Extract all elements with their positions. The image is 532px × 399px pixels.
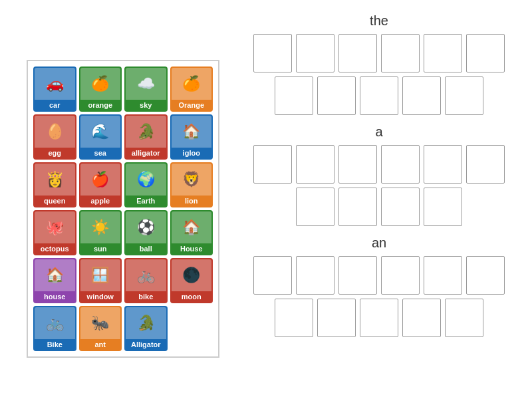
drop-box[interactable]	[466, 34, 505, 72]
card-house2[interactable]: 🏠house	[33, 258, 76, 303]
drop-box[interactable]	[424, 34, 462, 72]
card-egg[interactable]: 🥚egg	[33, 114, 76, 160]
card-icon-bike: 🚲	[126, 259, 166, 291]
card-icon-alligator: 🐊	[126, 116, 166, 148]
drop-box[interactable]	[424, 188, 462, 226]
drop-box[interactable]	[296, 34, 334, 72]
drop-box[interactable]	[338, 145, 377, 184]
card-apple[interactable]: 🍎apple	[79, 162, 122, 207]
drop-box[interactable]	[275, 299, 313, 337]
drop-box[interactable]	[381, 34, 420, 72]
card-icon-queen: 👸	[35, 164, 75, 196]
drop-box[interactable]	[360, 299, 398, 337]
drop-row-an-row-2	[233, 299, 525, 337]
card-icon-sea: 🌊	[80, 116, 121, 148]
section-label-a-section: a	[233, 124, 525, 140]
card-bike[interactable]: 🚲bike	[124, 258, 168, 303]
drop-box[interactable]	[466, 145, 505, 184]
card-label-sea: sea	[80, 148, 121, 158]
card-label-Orange2: Orange	[172, 100, 212, 110]
card-sky[interactable]: ☁️sky	[124, 66, 168, 112]
drop-box[interactable]	[296, 188, 334, 226]
drop-box[interactable]	[424, 145, 462, 184]
card-icon-egg: 🥚	[35, 116, 75, 148]
card-icon-house: 🏠	[172, 211, 212, 243]
drop-box[interactable]	[360, 76, 398, 115]
card-label-igloo: igloo	[172, 148, 212, 158]
drop-box[interactable]	[445, 76, 483, 115]
card-queen[interactable]: 👸queen	[33, 162, 76, 207]
drop-box[interactable]	[317, 76, 356, 115]
card-icon-earth: 🌍	[126, 164, 166, 196]
card-label-sun: sun	[80, 243, 121, 254]
card-label-lion: lion	[172, 196, 212, 206]
card-window[interactable]: 🪟window	[79, 258, 122, 303]
drop-box[interactable]	[253, 256, 292, 295]
card-label-queen: queen	[35, 196, 75, 206]
card-icon-house2: 🏠	[35, 259, 75, 291]
card-ball[interactable]: ⚽ball	[124, 210, 168, 255]
card-icon-sun: ☀️	[80, 211, 121, 243]
drop-box[interactable]	[424, 256, 462, 295]
card-label-earth: Earth	[126, 196, 166, 206]
drop-box[interactable]	[381, 145, 420, 184]
card-alligator[interactable]: 🐊alligator	[124, 114, 168, 160]
card-orange[interactable]: 🍊orange	[79, 66, 122, 112]
drop-row-a-row-1	[233, 145, 525, 184]
card-sea[interactable]: 🌊sea	[79, 114, 122, 160]
drop-box[interactable]	[317, 299, 356, 337]
card-label-Alligator2: Alligator	[126, 339, 166, 350]
drop-box[interactable]	[296, 256, 334, 295]
drop-box[interactable]	[466, 256, 505, 295]
drop-row-the-row-2	[233, 76, 525, 115]
section-label-an-section: an	[233, 235, 525, 251]
section-a-section: a	[233, 124, 525, 226]
card-icon-ant: 🐜	[80, 307, 121, 339]
card-Orange2[interactable]: 🍊Orange	[170, 66, 213, 112]
drop-box[interactable]	[381, 256, 420, 295]
card-label-house2: house	[35, 291, 75, 302]
card-label-moon: moon	[172, 291, 212, 302]
card-icon-window: 🪟	[80, 259, 121, 291]
drop-box[interactable]	[402, 299, 441, 337]
drop-box[interactable]	[338, 256, 377, 295]
card-Bike2[interactable]: 🚲Bike	[33, 306, 76, 351]
card-moon[interactable]: 🌑moon	[170, 258, 213, 303]
drop-box[interactable]	[338, 34, 377, 72]
card-icon-sky: ☁️	[126, 68, 166, 100]
card-icon-Alligator2: 🐊	[126, 307, 166, 339]
drop-box[interactable]	[402, 76, 441, 115]
drop-box[interactable]	[253, 34, 292, 72]
card-igloo[interactable]: 🏠igloo	[170, 114, 213, 160]
card-icon-moon: 🌑	[172, 259, 212, 291]
drop-box[interactable]	[381, 188, 420, 226]
word-cards-panel: 🚗car🍊orange☁️sky🍊Orange🥚egg🌊sea🐊alligato…	[27, 60, 219, 358]
section-an-section: an	[233, 235, 525, 337]
card-ant[interactable]: 🐜ant	[79, 306, 122, 351]
drop-box[interactable]	[275, 76, 313, 115]
drop-box[interactable]	[296, 145, 334, 184]
card-label-house: House	[172, 243, 212, 254]
card-icon-igloo: 🏠	[172, 116, 212, 148]
card-earth[interactable]: 🌍Earth	[124, 162, 168, 207]
card-icon-octopus: 🐙	[35, 211, 75, 243]
drop-zones-panel: theaan	[233, 13, 525, 342]
card-icon-car: 🚗	[35, 68, 75, 100]
card-sun[interactable]: ☀️sun	[79, 210, 122, 255]
section-the-section: the	[233, 13, 525, 115]
drop-box[interactable]	[338, 188, 377, 226]
card-house[interactable]: 🏠House	[170, 210, 213, 255]
card-icon-lion: 🦁	[172, 164, 212, 196]
drop-box[interactable]	[445, 299, 483, 337]
card-label-sky: sky	[126, 100, 166, 110]
card-icon-ball: ⚽	[126, 211, 166, 243]
card-Alligator2[interactable]: 🐊Alligator	[124, 306, 168, 351]
card-label-apple: apple	[80, 196, 121, 206]
card-lion[interactable]: 🦁lion	[170, 162, 213, 207]
drop-row-the-row-1	[233, 34, 525, 72]
card-label-bike: bike	[126, 291, 166, 302]
card-octopus[interactable]: 🐙octopus	[33, 210, 76, 255]
drop-box[interactable]	[253, 145, 292, 184]
card-car[interactable]: 🚗car	[33, 66, 76, 112]
card-icon-orange: 🍊	[80, 68, 121, 100]
